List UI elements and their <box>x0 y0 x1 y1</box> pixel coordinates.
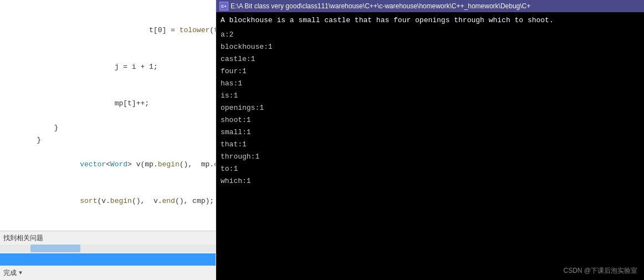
terminal-line: through:1 <box>221 151 640 163</box>
watermark: CSDN @下课后泡实验室 <box>563 266 637 276</box>
completion-bar: 完成 ▼ <box>0 266 216 280</box>
find-label: 找到相关问题 <box>3 233 43 243</box>
code-line: mp[t]++; <box>0 85 216 122</box>
terminal-output-list: a:2 blockhouse:1 castle:1 four:1 has:1 i… <box>216 29 644 187</box>
h-scrollbar[interactable] <box>0 245 216 252</box>
terminal-title: E:\A Bit class very good\class111\wareho… <box>231 2 530 10</box>
code-line: j = i + 1; <box>0 49 216 85</box>
line-content: j = i + 1; <box>19 49 216 85</box>
terminal-titlebar: C+ E:\A Bit class very good\class111\war… <box>216 0 644 12</box>
terminal-line: blockhouse:1 <box>221 41 640 53</box>
main-container: t[0] = tolower(t[0]); j = i + 1; mp[t]++… <box>0 0 644 280</box>
completion-label: 完成 <box>3 268 17 278</box>
line-content: } <box>19 134 216 146</box>
code-line: } <box>0 134 216 146</box>
code-line <box>0 0 216 12</box>
code-line: vector<Word> v(mp.begin(), mp.end()); <box>0 146 216 183</box>
terminal-line: four:1 <box>221 65 640 78</box>
code-editor-panel: t[0] = tolower(t[0]); j = i + 1; mp[t]++… <box>0 0 216 280</box>
terminal-line: to:1 <box>221 163 640 175</box>
line-content: sort(v.begin(), v.end(), cmp); <box>19 183 216 220</box>
terminal-line: that:1 <box>221 139 640 151</box>
terminal-panel: C+ E:\A Bit class very good\class111\war… <box>216 0 644 280</box>
terminal-output-main: A blockhouse is a small castle that has … <box>221 14 640 27</box>
terminal-line: is:1 <box>221 90 640 102</box>
line-content: mp[t]++; <box>19 85 216 122</box>
terminal-line: openings:1 <box>221 102 640 114</box>
terminal-line: which:1 <box>221 175 640 187</box>
line-content <box>19 0 216 12</box>
line-content: vector<Word> v(mp.begin(), mp.end()); <box>19 146 216 183</box>
completion-dropdown-icon[interactable]: ▼ <box>19 270 22 276</box>
code-line: t[0] = tolower(t[0]); <box>0 12 216 49</box>
code-line: } <box>0 122 216 134</box>
line-content: } <box>19 122 216 134</box>
selected-completion-row[interactable] <box>0 253 216 266</box>
terminal-line: small:1 <box>221 126 640 139</box>
terminal-icon-label: C+ <box>221 4 227 9</box>
code-line: sort(v.begin(), v.end(), cmp); <box>0 183 216 220</box>
terminal-body: A blockhouse is a small castle that has … <box>216 12 644 29</box>
line-content: t[0] = tolower(t[0]); <box>19 12 216 49</box>
terminal-icon: C+ <box>219 2 228 11</box>
terminal-line: a:2 <box>221 29 640 41</box>
terminal-line: shoot:1 <box>221 114 640 126</box>
terminal-line: castle:1 <box>221 53 640 65</box>
terminal-line: has:1 <box>221 78 640 90</box>
scrollbar-thumb[interactable] <box>30 245 80 252</box>
